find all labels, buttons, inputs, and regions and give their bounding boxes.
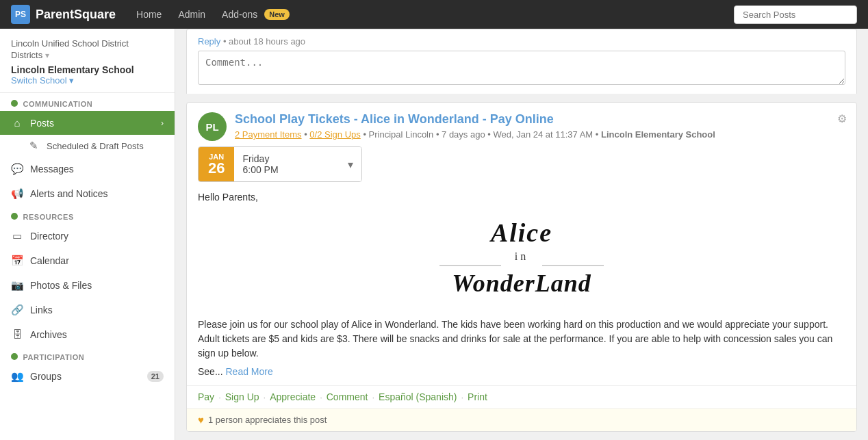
school-info: Lincoln Unified School District District…: [0, 29, 175, 93]
calendar-icon: 📅: [11, 255, 23, 267]
post-header: PL School Play Tickets - Alice in Wonder…: [187, 103, 856, 146]
sidebar-item-directory[interactable]: ▭ Directory: [0, 224, 175, 248]
alerts-icon: 📢: [11, 187, 23, 200]
sidebar-item-links[interactable]: 🔗 Links: [0, 298, 175, 322]
sidebar-item-messages[interactable]: 💬 Messages: [0, 157, 175, 181]
new-badge: New: [264, 9, 290, 20]
main-content: Reply • about 18 hours ago PL School Pla…: [175, 29, 868, 440]
topnav-links: Home Admin Add-ons New: [129, 6, 290, 23]
groups-icon: 👥: [11, 370, 23, 383]
dot-participation: [11, 353, 18, 360]
post-card: PL School Play Tickets - Alice in Wonder…: [186, 102, 857, 432]
logo[interactable]: PS ParentSquare: [11, 5, 116, 24]
link-icon: 🔗: [11, 304, 23, 316]
sidebar-item-groups[interactable]: 👥 Groups 21: [0, 364, 175, 389]
read-more-line: See... Read More: [198, 366, 845, 377]
dot-resources: [11, 213, 18, 220]
svg-text:in: in: [515, 250, 528, 262]
home-icon: ⌂: [11, 117, 23, 129]
post-subtitle: 2 Payment Items • 0/2 Sign Ups • Princip…: [235, 129, 845, 140]
dot-communication: [11, 100, 18, 107]
appreciate-action[interactable]: Appreciate: [270, 391, 316, 402]
section-resources: RESOURCES: [0, 206, 175, 224]
sidebar-item-scheduled-drafts[interactable]: ✎ Scheduled & Draft Posts: [0, 135, 175, 157]
home-link[interactable]: Home: [129, 6, 168, 23]
date-box[interactable]: JAN 26 Friday 6:00 PM ▾: [198, 146, 362, 182]
addons-link[interactable]: Add-ons: [215, 6, 264, 23]
groups-count: 21: [147, 371, 164, 382]
date-chevron-icon: ▾: [348, 158, 353, 171]
reply-link[interactable]: Reply: [198, 36, 220, 47]
date-box-right: Friday 6:00 PM ▾: [234, 147, 361, 181]
post-title[interactable]: School Play Tickets - Alice in Wonderlan…: [235, 112, 845, 127]
search-container: [734, 5, 857, 24]
appreciation-bar: ♥ 1 person appreciates this post: [187, 408, 856, 431]
posts-arrow: ›: [161, 118, 164, 128]
chat-icon: 💬: [11, 163, 23, 175]
logo-text: ParentSquare: [36, 8, 116, 22]
pencil-icon: ✎: [27, 140, 40, 152]
camera-icon: 📷: [11, 279, 23, 292]
post-body: Hello Parents, Alice in WonderLand Pleas…: [187, 189, 856, 385]
reply-line: Reply • about 18 hours ago: [198, 36, 845, 47]
post-actions: Pay · Sign Up · Appreciate · Comment · E…: [187, 385, 856, 408]
section-communication: COMMUNICATION: [0, 93, 175, 111]
reply-comment-area: Reply • about 18 hours ago: [186, 29, 857, 94]
top-navigation: PS ParentSquare Home Admin Add-ons New: [0, 0, 868, 29]
logo-icon: PS: [11, 5, 30, 24]
directory-icon: ▭: [11, 230, 23, 242]
district-name: Lincoln Unified School District: [11, 38, 164, 49]
district-link[interactable]: Lincoln Unified School District: [11, 38, 129, 49]
sidebar-item-alerts[interactable]: 📢 Alerts and Notices: [0, 181, 175, 206]
comment-input[interactable]: [198, 51, 845, 85]
gear-icon[interactable]: ⚙: [837, 112, 847, 125]
date-box-left: JAN 26: [199, 147, 234, 181]
payment-items-link[interactable]: 2 Payment Items: [235, 129, 302, 140]
svg-text:Alice: Alice: [489, 218, 552, 247]
archive-icon: 🗄: [11, 328, 23, 340]
svg-text:WonderLand: WonderLand: [452, 270, 591, 297]
signup-link[interactable]: 0/2 Sign Ups: [309, 129, 360, 140]
sidebar-item-posts[interactable]: ⌂ Posts ›: [0, 111, 175, 135]
post-meta: School Play Tickets - Alice in Wonderlan…: [235, 112, 845, 140]
read-more-link[interactable]: Read More: [225, 366, 272, 377]
signup-action[interactable]: Sign Up: [225, 391, 259, 402]
switch-school-link[interactable]: Switch School ▾: [11, 75, 164, 86]
date-box-wrapper: JAN 26 Friday 6:00 PM ▾: [187, 146, 856, 189]
sidebar: Lincoln Unified School District District…: [0, 29, 175, 440]
post-greeting: Hello Parents,: [198, 192, 845, 203]
print-action[interactable]: Print: [468, 391, 487, 402]
alice-wonderland-logo: Alice in WonderLand: [426, 211, 617, 307]
comment-action[interactable]: Comment: [327, 391, 368, 402]
search-input[interactable]: [734, 5, 857, 24]
sidebar-item-photos-files[interactable]: 📷 Photos & Files: [0, 273, 175, 298]
section-participation: PARTICIPATION: [0, 346, 175, 364]
districts-chevron: ▾: [45, 51, 49, 60]
admin-link[interactable]: Admin: [171, 6, 212, 23]
sidebar-item-calendar[interactable]: 📅 Calendar: [0, 248, 175, 273]
avatar: PL: [198, 112, 227, 141]
districts-link[interactable]: Districts: [11, 50, 42, 60]
espanol-action[interactable]: Español (Spanish): [379, 391, 457, 402]
heart-icon: ♥: [198, 414, 204, 426]
post-description: Please join us for our school play of Al…: [198, 318, 845, 361]
school-name: Lincoln Elementary School: [11, 64, 164, 75]
pay-action[interactable]: Pay: [198, 391, 214, 402]
sidebar-item-archives[interactable]: 🗄 Archives: [0, 322, 175, 346]
